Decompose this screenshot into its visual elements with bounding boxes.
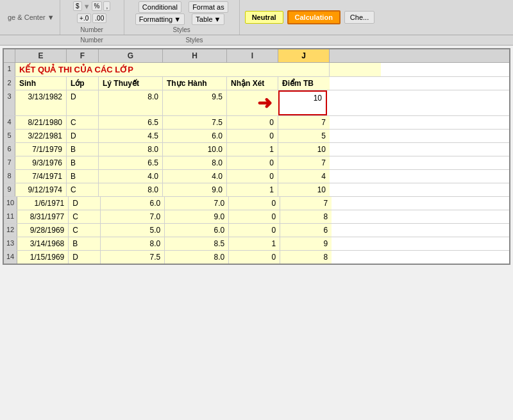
cell-e5[interactable]: 3/22/1981 bbox=[15, 130, 67, 142]
cell-j8[interactable]: 4 bbox=[278, 170, 330, 183]
title-j-cell[interactable] bbox=[330, 63, 381, 76]
cell-i5[interactable]: 0 bbox=[227, 130, 278, 142]
cell-g12[interactable]: 5.0 bbox=[101, 224, 165, 237]
header-nhan-xet[interactable]: Nhận Xét bbox=[227, 77, 278, 90]
cell-e11[interactable]: 8/31/1977 bbox=[17, 210, 69, 223]
cell-h8[interactable]: 4.0 bbox=[163, 170, 227, 183]
cell-h5[interactable]: 6.0 bbox=[163, 130, 227, 142]
header-diem-tb[interactable]: Điểm TB bbox=[278, 77, 330, 90]
cell-i6[interactable]: 1 bbox=[227, 143, 278, 156]
cell-f10[interactable]: D bbox=[69, 197, 101, 210]
cell-i14[interactable]: 0 bbox=[229, 251, 280, 264]
cell-f14[interactable]: D bbox=[69, 251, 101, 264]
cell-e12[interactable]: 9/28/1969 bbox=[17, 224, 69, 237]
cell-h12[interactable]: 6.0 bbox=[165, 224, 229, 237]
cell-e14[interactable]: 1/15/1969 bbox=[17, 251, 69, 264]
neutral-style-button[interactable]: Neutral bbox=[245, 11, 283, 24]
cell-e8[interactable]: 7/4/1971 bbox=[15, 170, 67, 183]
header-sinh[interactable]: Sinh bbox=[15, 77, 67, 90]
cell-f4[interactable]: C bbox=[67, 116, 99, 129]
row-num-11: 11 bbox=[4, 210, 17, 223]
cell-h10[interactable]: 7.0 bbox=[165, 197, 229, 210]
cell-h14[interactable]: 8.0 bbox=[165, 251, 229, 264]
cell-f12[interactable]: C bbox=[69, 224, 101, 237]
cell-h7[interactable]: 8.0 bbox=[163, 156, 227, 169]
cell-i8[interactable]: 0 bbox=[227, 170, 278, 183]
col-header-F[interactable]: F bbox=[67, 49, 99, 62]
cell-e6[interactable]: 7/1/1979 bbox=[15, 143, 67, 156]
data-row-12: 14 1/15/1969 D 7.5 8.0 0 8 bbox=[4, 251, 509, 264]
dollar-button[interactable]: $ bbox=[73, 1, 82, 11]
cell-j10[interactable]: 7 bbox=[280, 197, 332, 210]
cell-j13[interactable]: 9 bbox=[280, 237, 332, 250]
cell-h9[interactable]: 9.0 bbox=[163, 183, 227, 196]
cell-i13[interactable]: 1 bbox=[229, 237, 280, 250]
cell-i10[interactable]: 0 bbox=[229, 197, 280, 210]
cell-j9[interactable]: 10 bbox=[278, 183, 330, 196]
cell-g5[interactable]: 4.5 bbox=[99, 130, 163, 142]
cell-h13[interactable]: 8.5 bbox=[165, 237, 229, 250]
cell-f3[interactable]: D bbox=[67, 90, 99, 115]
cell-f9[interactable]: C bbox=[67, 183, 99, 196]
cell-i9[interactable]: 1 bbox=[227, 183, 278, 196]
inc-decimal-button[interactable]: +.0 bbox=[77, 13, 91, 23]
conditional-formatting-button[interactable]: Conditional bbox=[139, 1, 181, 13]
header-ly-thuyet[interactable]: Lý Thuyết bbox=[99, 77, 163, 90]
cell-e7[interactable]: 9/3/1976 bbox=[15, 156, 67, 169]
col-header-J[interactable]: J bbox=[278, 49, 330, 62]
cell-h3[interactable]: 9.5 bbox=[163, 90, 227, 115]
cell-g8[interactable]: 4.0 bbox=[99, 170, 163, 183]
check-style-button[interactable]: Che... bbox=[344, 11, 374, 24]
cell-h6[interactable]: 10.0 bbox=[163, 143, 227, 156]
data-row-7: 9 9/12/1974 C 8.0 9.0 1 10 bbox=[4, 183, 509, 197]
header-lop[interactable]: Lớp bbox=[67, 77, 99, 90]
cell-i7[interactable]: 0 bbox=[227, 156, 278, 169]
format-as-table-dropdown[interactable]: Table ▼ bbox=[192, 13, 224, 25]
cell-g10[interactable]: 6.0 bbox=[101, 197, 165, 210]
cell-f8[interactable]: B bbox=[67, 170, 99, 183]
cell-g3[interactable]: 8.0 bbox=[99, 90, 163, 115]
cell-g9[interactable]: 8.0 bbox=[99, 183, 163, 196]
cell-j4[interactable]: 7 bbox=[278, 116, 330, 129]
cell-h4[interactable]: 7.5 bbox=[163, 116, 227, 129]
cell-e3[interactable]: 3/13/1982 bbox=[15, 90, 67, 115]
cell-g14[interactable]: 7.5 bbox=[101, 251, 165, 264]
cell-e4[interactable]: 8/21/1980 bbox=[15, 116, 67, 129]
cell-g13[interactable]: 8.0 bbox=[101, 237, 165, 250]
cell-j3[interactable]: 10 bbox=[278, 90, 327, 115]
cell-h11[interactable]: 9.0 bbox=[165, 210, 229, 223]
cell-i3[interactable]: ➜ bbox=[227, 90, 278, 115]
comma-button[interactable]: , bbox=[103, 1, 110, 11]
cell-f5[interactable]: D bbox=[67, 130, 99, 142]
percent-button[interactable]: % bbox=[92, 1, 103, 11]
cell-e10[interactable]: 1/6/1971 bbox=[17, 197, 69, 210]
format-as-table-button[interactable]: Format as bbox=[189, 1, 228, 13]
dec-decimal-button[interactable]: .00 bbox=[92, 13, 106, 23]
cell-j12[interactable]: 6 bbox=[280, 224, 332, 237]
cell-j11[interactable]: 8 bbox=[280, 210, 332, 223]
calculation-style-button[interactable]: Calculation bbox=[287, 10, 341, 24]
cell-g6[interactable]: 8.0 bbox=[99, 143, 163, 156]
cell-e9[interactable]: 9/12/1974 bbox=[15, 183, 67, 196]
cell-j7[interactable]: 7 bbox=[278, 156, 330, 169]
col-header-I[interactable]: I bbox=[227, 49, 278, 62]
col-header-G[interactable]: G bbox=[99, 49, 163, 62]
cell-g7[interactable]: 6.5 bbox=[99, 156, 163, 169]
cell-e13[interactable]: 3/14/1968 bbox=[17, 237, 69, 250]
cell-f11[interactable]: C bbox=[69, 210, 101, 223]
conditional-formatting-dropdown[interactable]: Formatting ▼ bbox=[135, 13, 185, 25]
cell-i12[interactable]: 0 bbox=[229, 224, 280, 237]
cell-j5[interactable]: 5 bbox=[278, 130, 330, 142]
cell-i4[interactable]: 0 bbox=[227, 116, 278, 129]
cell-f6[interactable]: B bbox=[67, 143, 99, 156]
col-header-E[interactable]: E bbox=[15, 49, 67, 62]
col-header-H[interactable]: H bbox=[163, 49, 227, 62]
cell-g11[interactable]: 7.0 bbox=[101, 210, 165, 223]
cell-i11[interactable]: 0 bbox=[229, 210, 280, 223]
cell-j6[interactable]: 10 bbox=[278, 143, 330, 156]
cell-f13[interactable]: B bbox=[69, 237, 101, 250]
header-thuc-hanh[interactable]: Thực Hành bbox=[163, 77, 227, 90]
cell-g4[interactable]: 6.5 bbox=[99, 116, 163, 129]
cell-f7[interactable]: B bbox=[67, 156, 99, 169]
cell-j14[interactable]: 8 bbox=[280, 251, 332, 264]
